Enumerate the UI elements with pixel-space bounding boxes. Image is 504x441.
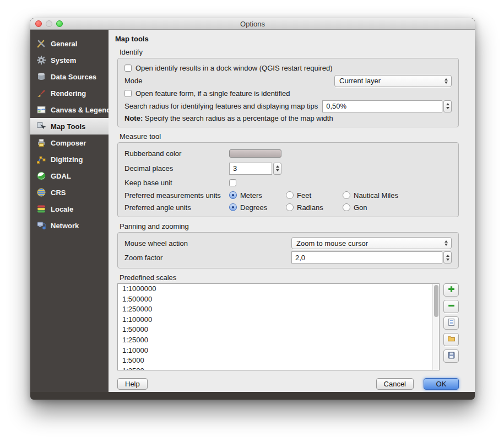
sidebar-item-label: Composer xyxy=(51,139,86,147)
radio-degrees-label: Degrees xyxy=(240,203,267,212)
decimal-places-input[interactable] xyxy=(229,163,272,175)
radio-meters[interactable] xyxy=(229,191,237,199)
plus-icon xyxy=(447,285,456,295)
sidebar-item-data-sources[interactable]: Data Sources xyxy=(30,68,109,85)
minimize-button[interactable] xyxy=(46,20,52,27)
radio-meters-label: Meters xyxy=(240,191,262,200)
map-tools-icon xyxy=(36,121,46,131)
sidebar-item-map-tools[interactable]: Map Tools xyxy=(30,118,109,135)
mode-label: Mode xyxy=(124,77,143,85)
units-option-feet[interactable]: Feet xyxy=(286,191,343,200)
radio-nautical-miles[interactable] xyxy=(343,191,350,199)
radio-feet[interactable] xyxy=(286,191,294,199)
scales-button-column xyxy=(443,283,459,363)
gdal-icon xyxy=(36,171,46,181)
close-button[interactable] xyxy=(35,20,42,27)
map-tools-panel: Map tools Identify Open identify results… xyxy=(109,30,475,392)
paintbrush-icon xyxy=(36,88,46,98)
ok-button[interactable]: OK xyxy=(424,378,459,390)
angle-option-radians[interactable]: Radians xyxy=(286,203,343,212)
angle-option-degrees[interactable]: Degrees xyxy=(229,203,286,212)
tools-icon xyxy=(36,39,46,49)
decimal-places-stepper[interactable] xyxy=(273,163,281,175)
scale-list-item[interactable]: 1:50000 xyxy=(118,325,439,335)
sidebar-item-digitizing[interactable]: Digitizing xyxy=(30,151,109,168)
sidebar-item-composer[interactable]: Composer xyxy=(30,135,109,151)
zoom-button[interactable] xyxy=(56,20,63,27)
mouse-wheel-dropdown[interactable]: Zoom to mouse cursor xyxy=(291,237,452,249)
save-icon xyxy=(447,351,456,361)
scale-list-item[interactable]: 1:25000 xyxy=(118,335,439,346)
predefined-scales-list[interactable]: 1:1000000 1:500000 1:250000 1:100000 1:5… xyxy=(117,283,440,370)
scale-list-item[interactable]: 1:10000 xyxy=(118,346,439,356)
radio-degrees[interactable] xyxy=(229,203,237,211)
sidebar-item-label: Digitizing xyxy=(51,155,83,164)
sidebar-item-label: Data Sources xyxy=(51,73,96,81)
zoom-factor-label: Zoom factor xyxy=(124,254,291,262)
traffic-lights xyxy=(35,20,63,27)
window-titlebar[interactable]: Options xyxy=(30,18,475,30)
zoom-factor-input[interactable] xyxy=(291,251,442,263)
sidebar-item-gdal[interactable]: GDAL xyxy=(30,168,109,184)
search-radius-label: Search radius for identifying features a… xyxy=(124,102,318,110)
sidebar-item-rendering[interactable]: Rendering xyxy=(30,85,109,101)
remove-scale-button[interactable] xyxy=(443,300,459,313)
scales-section-label: Predefined scales xyxy=(120,273,475,282)
feature-form-checkbox[interactable] xyxy=(124,90,132,97)
radio-gon-label: Gon xyxy=(354,203,367,212)
scale-list-item[interactable]: 1:5000 xyxy=(118,356,439,366)
save-scales-button[interactable] xyxy=(443,349,459,363)
note-prefix: Note: xyxy=(124,114,143,122)
scale-list-item[interactable]: 1:250000 xyxy=(118,304,439,315)
scale-list-item[interactable]: 1:500000 xyxy=(118,294,439,305)
panning-section-label: Panning and zooming xyxy=(120,222,475,230)
keep-base-unit-checkbox[interactable] xyxy=(229,179,236,186)
load-scales-button[interactable] xyxy=(443,333,459,346)
sidebar-item-system[interactable]: System xyxy=(30,52,109,68)
identify-section-label: Identify xyxy=(120,48,475,56)
zoom-factor-stepper[interactable] xyxy=(443,251,452,263)
radio-radians[interactable] xyxy=(286,203,294,211)
sidebar-item-label: Network xyxy=(51,222,79,230)
scale-list-item[interactable]: 1:2500 xyxy=(118,366,439,370)
radio-feet-label: Feet xyxy=(297,191,311,200)
sidebar-item-general[interactable]: General xyxy=(30,35,109,52)
sidebar-item-locale[interactable]: Locale xyxy=(30,201,109,217)
sidebar-item-label: Canvas & Legend xyxy=(51,106,111,114)
mode-dropdown[interactable]: Current layer xyxy=(334,75,452,87)
default-scales-button[interactable] xyxy=(443,316,459,330)
sidebar-item-label: CRS xyxy=(51,189,66,197)
cancel-button[interactable]: Cancel xyxy=(376,378,414,390)
chevron-updown-icon xyxy=(445,78,448,84)
sidebar-item-network[interactable]: Network xyxy=(30,217,109,234)
scale-list-item[interactable]: 1:100000 xyxy=(118,315,439,325)
search-radius-input[interactable] xyxy=(322,100,442,112)
folder-icon xyxy=(447,335,456,345)
scrollbar-thumb[interactable] xyxy=(434,285,438,317)
rubberband-color-swatch[interactable] xyxy=(229,149,281,158)
sidebar-item-label: Map Tools xyxy=(51,122,85,131)
identify-dock-checkbox[interactable] xyxy=(124,64,132,72)
radio-gon[interactable] xyxy=(343,203,350,211)
angle-option-gon[interactable]: Gon xyxy=(343,203,367,212)
sidebar-item-crs[interactable]: CRS xyxy=(30,184,109,201)
digitizing-icon xyxy=(36,154,46,164)
scales-area: 1:1000000 1:500000 1:250000 1:100000 1:5… xyxy=(117,283,459,370)
sidebar-item-label: General xyxy=(51,40,77,48)
options-sidebar: General System Data Sources Rendering xyxy=(30,30,109,392)
mode-dropdown-value: Current layer xyxy=(339,77,381,85)
rubberband-color-label: Rubberband color xyxy=(124,149,229,158)
search-radius-stepper[interactable] xyxy=(443,100,452,112)
scrollbar-track[interactable] xyxy=(432,284,439,370)
scale-list-item[interactable]: 1:1000000 xyxy=(118,284,439,294)
radio-nautical-miles-label: Nautical Miles xyxy=(354,191,398,200)
sidebar-item-canvas-legend[interactable]: Canvas & Legend xyxy=(30,101,109,118)
measure-groupbox: Rubberband color Decimal places Keep bas… xyxy=(117,142,459,217)
gear-icon xyxy=(36,55,46,65)
units-option-meters[interactable]: Meters xyxy=(229,191,286,200)
add-scale-button[interactable] xyxy=(443,283,459,297)
help-button[interactable]: Help xyxy=(117,378,148,390)
units-option-nautical-miles[interactable]: Nautical Miles xyxy=(343,191,398,200)
canvas-icon xyxy=(36,105,46,115)
feature-form-label: Open feature form, if a single feature i… xyxy=(136,89,290,98)
